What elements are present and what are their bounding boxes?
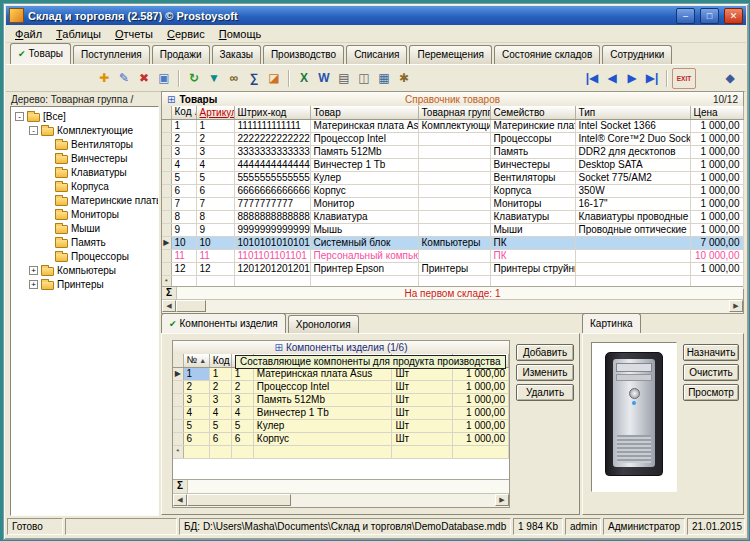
tree-item[interactable]: +Принтеры	[11, 277, 158, 291]
table-cell[interactable]: 6	[183, 433, 209, 446]
column-header-2[interactable]: Артикул	[196, 106, 234, 120]
table-cell[interactable]: 6	[209, 433, 231, 446]
scroll-right-arrow-icon[interactable]: ▶	[495, 494, 509, 506]
table-cell[interactable]: Шт	[392, 394, 452, 407]
tree-item[interactable]: Клавиатуры	[11, 165, 158, 179]
minimize-button[interactable]: –	[676, 8, 695, 24]
table-cell[interactable]: 12	[196, 263, 234, 276]
table-cell[interactable]: Socket 775/AM2	[575, 172, 690, 185]
assign-picture-button[interactable]: Назначить	[683, 344, 739, 361]
delete-component-button[interactable]: Удалить	[516, 384, 574, 401]
table-cell[interactable]: 1 000,00	[690, 159, 743, 172]
table-cell[interactable]: 11	[196, 250, 234, 263]
tab-picture[interactable]: Картинка	[582, 313, 641, 334]
chart-icon[interactable]: ◪	[264, 69, 284, 88]
table-cell[interactable]: Принтер Epson	[310, 263, 418, 276]
table-cell[interactable]: 4	[183, 407, 209, 420]
table-row[interactable]: 12121201201201201Принтер EpsonПринтерыПр…	[162, 263, 743, 276]
table-cell[interactable]: Материнская плата Asus	[310, 120, 418, 133]
column-header-2[interactable]: Код компонента	[209, 354, 231, 368]
row-selector[interactable]	[162, 198, 171, 211]
detail-tab-1[interactable]: ✔Компоненты изделия	[161, 313, 286, 334]
table-cell[interactable]	[392, 446, 452, 459]
table-cell[interactable]: Мониторы	[490, 198, 575, 211]
print-icon[interactable]: ▤	[334, 69, 354, 88]
column-header-1[interactable]: Код▲	[171, 106, 196, 120]
add-record-icon[interactable]: ✚	[94, 69, 114, 88]
table-cell[interactable]: 350W	[575, 185, 690, 198]
new-row[interactable]: *	[173, 446, 509, 459]
column-header-4[interactable]: Товар	[310, 106, 418, 120]
tree-item[interactable]: -[Все]	[11, 109, 158, 123]
table-cell[interactable]: 2	[231, 381, 253, 394]
table-cell[interactable]: 1 000,00	[690, 185, 743, 198]
table-cell[interactable]: 5	[209, 420, 231, 433]
table-cell[interactable]: Клавиатуры проводные	[575, 211, 690, 224]
row-selector[interactable]	[173, 420, 183, 433]
add-component-button[interactable]: Добавить	[516, 344, 574, 361]
table-cell[interactable]: Память 512Mb	[253, 394, 392, 407]
table-cell[interactable]: Клавиатуры	[490, 211, 575, 224]
tab-8[interactable]: Состояние складов	[494, 45, 600, 64]
table-cell[interactable]: 1 000,00	[690, 263, 743, 276]
table-cell[interactable]: Компьютеры	[418, 237, 490, 250]
table-cell[interactable]: Проводные оптические мыши	[575, 224, 690, 237]
row-selector[interactable]	[162, 146, 171, 159]
table-cell[interactable]: Комплектующие	[418, 120, 490, 133]
tree-item[interactable]: Мыши	[11, 221, 158, 235]
table-cell[interactable]: 1 000,00	[690, 146, 743, 159]
table-cell[interactable]	[575, 263, 690, 276]
table-cell[interactable]: 5	[171, 172, 196, 185]
tree-item[interactable]: Вентиляторы	[11, 137, 158, 151]
column-header-7[interactable]: Тип	[575, 106, 690, 120]
table-cell[interactable]: Шт	[392, 407, 452, 420]
row-selector[interactable]	[162, 185, 171, 198]
table-cell[interactable]: 16-17"	[575, 198, 690, 211]
table-cell[interactable]	[418, 133, 490, 146]
tab-5[interactable]: Производство	[263, 45, 344, 64]
table-cell[interactable]	[418, 198, 490, 211]
current-row-marker[interactable]: ▶	[162, 237, 171, 250]
expand-icon[interactable]: +	[29, 266, 38, 275]
table-cell[interactable]: 10	[196, 237, 234, 250]
table-cell[interactable]: 3	[171, 146, 196, 159]
menu-item-1[interactable]: Файл	[8, 27, 49, 41]
table-cell[interactable]: 3	[231, 394, 253, 407]
table-cell[interactable]: 2	[183, 381, 209, 394]
expand-icon[interactable]: +	[29, 280, 38, 289]
table-cell[interactable]: Кулер	[253, 420, 392, 433]
close-button[interactable]: ✕	[724, 8, 743, 24]
table-cell[interactable]: 2222222222222	[234, 133, 310, 146]
table-cell[interactable]: Процессоры	[490, 133, 575, 146]
table-cell[interactable]	[452, 446, 508, 459]
row-selector[interactable]	[162, 159, 171, 172]
table-cell[interactable]: 3	[196, 146, 234, 159]
table-cell[interactable]: 1010101010101	[234, 237, 310, 250]
table-cell[interactable]: Персональный компьютер	[310, 250, 418, 263]
table-row[interactable]: 666КорпусШт1 000,00	[173, 433, 509, 446]
detail-tab-2[interactable]: Хронология	[288, 315, 359, 334]
table-cell[interactable]	[231, 446, 253, 459]
table-cell[interactable]: 1 000,00	[452, 420, 508, 433]
scroll-left-arrow-icon[interactable]: ◀	[173, 494, 187, 506]
table-cell[interactable]: Шт	[392, 368, 452, 381]
tab-9[interactable]: Сотрудники	[602, 45, 672, 64]
table-cell[interactable]: DDR2 для десктопов	[575, 146, 690, 159]
table-row[interactable]: 555555555555555КулерВентиляторыSocket 77…	[162, 172, 743, 185]
clear-picture-button[interactable]: Очистить	[683, 364, 739, 381]
table-cell[interactable]: 7	[196, 198, 234, 211]
table-cell[interactable]	[418, 146, 490, 159]
table-cell[interactable]: Принтеры	[418, 263, 490, 276]
table-cell[interactable]: Корпус	[253, 433, 392, 446]
row-selector[interactable]	[162, 250, 171, 263]
row-selector[interactable]	[162, 133, 171, 146]
tree-item[interactable]: Материнские платы	[11, 193, 158, 207]
table-cell[interactable]: Intel Socket 1366	[575, 120, 690, 133]
word-export-icon[interactable]: W	[314, 69, 334, 88]
table-cell[interactable]: 1	[209, 368, 231, 381]
tab-4[interactable]: Заказы	[212, 45, 261, 64]
table-cell[interactable]: Память	[490, 146, 575, 159]
table-cell[interactable]: Память 512Mb	[310, 146, 418, 159]
table-cell[interactable]: 2	[209, 381, 231, 394]
table-cell[interactable]: 8888888888888	[234, 211, 310, 224]
